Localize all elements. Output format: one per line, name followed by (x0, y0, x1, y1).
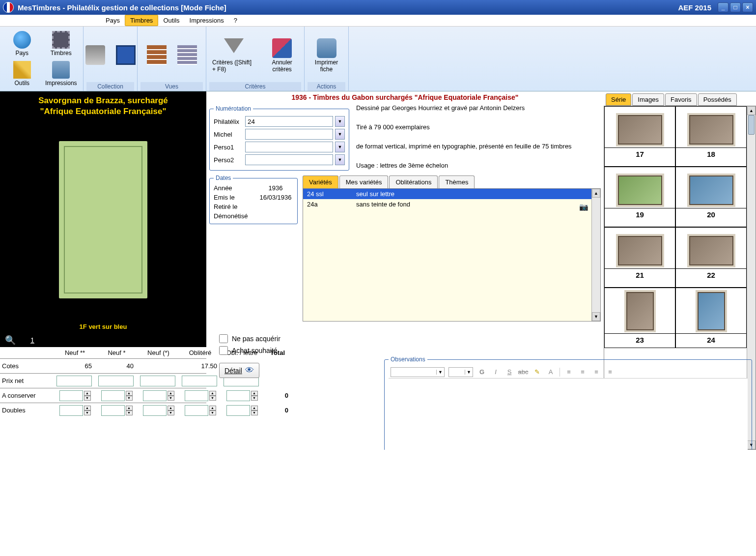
rtab-images[interactable]: Images (632, 93, 664, 106)
globe-icon (13, 31, 31, 49)
ribbon-timbres-button[interactable]: Timbres (42, 29, 81, 59)
vue-list-button[interactable] (174, 44, 200, 67)
num-input-perso2[interactable] (245, 154, 333, 165)
spinner[interactable]: ▲▼ (84, 406, 91, 415)
doubles-input-0[interactable] (59, 405, 83, 416)
scroll-up-icon[interactable]: ▲ (747, 106, 756, 115)
ribbon-outils-button[interactable]: Outils (3, 59, 41, 88)
subtab-varietes[interactable]: Variétés (303, 176, 338, 188)
collection-save-button[interactable] (113, 44, 139, 67)
collection-open-button[interactable] (83, 44, 108, 67)
align-justify-button[interactable]: ≡ (605, 367, 615, 377)
subtab-obliterations[interactable]: Oblitérations (389, 176, 438, 188)
menu-help[interactable]: ? (229, 15, 242, 26)
strike-button[interactable]: abc (518, 367, 528, 377)
ribbon-pays-button[interactable]: Pays (3, 29, 41, 59)
subtab-mes-varietes[interactable]: Mes variétés (339, 176, 389, 188)
align-center-button[interactable]: ≡ (578, 367, 588, 377)
menu-pays[interactable]: Pays (101, 15, 125, 26)
criteres-button[interactable]: Critères ([Shift] + F8) (209, 37, 258, 74)
desc-line4: Usage : lettres de 3ème échelon (356, 161, 572, 171)
thumb-cell[interactable]: 22 (675, 227, 747, 288)
stamp-image (59, 141, 147, 298)
italic-button[interactable]: I (491, 367, 501, 377)
dropdown-icon[interactable]: ▼ (335, 154, 345, 165)
observations-textarea[interactable] (389, 379, 748, 450)
aconserver-input-3[interactable] (185, 390, 208, 401)
rtab-possedes[interactable]: Possédés (698, 93, 737, 106)
close-button[interactable]: × (742, 2, 753, 12)
highlight-button[interactable]: ✎ (532, 367, 542, 377)
underline-button[interactable]: S (504, 367, 514, 377)
scroll-up-icon[interactable]: ▲ (592, 189, 600, 198)
aconserver-input-2[interactable] (143, 390, 167, 401)
maximize-button[interactable]: □ (730, 2, 741, 12)
font-family-combo[interactable]: ▼ (391, 367, 445, 377)
aconserver-input-1[interactable] (101, 390, 125, 401)
rtab-favoris[interactable]: Favoris (665, 93, 697, 106)
stamp-image-area[interactable] (59, 119, 147, 320)
camera-icon[interactable]: 📷 (579, 203, 588, 211)
varieties-scrollbar[interactable]: ▲ ▼ (591, 189, 600, 321)
minimize-button[interactable]: _ (718, 2, 728, 12)
achat-souhaite-checkbox[interactable] (219, 346, 228, 355)
doubles-input-1[interactable] (101, 405, 125, 416)
menu-impressions[interactable]: Impressions (185, 15, 229, 26)
font-color-button[interactable]: A (546, 367, 556, 377)
font-size-combo[interactable]: ▼ (448, 367, 473, 377)
thumb-cell[interactable]: 20 (675, 167, 747, 227)
scroll-down-icon[interactable]: ▼ (592, 312, 600, 321)
variety-row[interactable]: 24a sans teinte de fond (303, 199, 600, 209)
folder-icon (85, 45, 105, 65)
spinner[interactable]: ▲▼ (168, 391, 174, 401)
spinner[interactable]: ▲▼ (168, 406, 174, 415)
dropdown-icon[interactable]: ▼ (335, 142, 345, 152)
doubles-input-2[interactable] (143, 405, 167, 416)
num-input-philatelix[interactable] (245, 116, 333, 127)
ne-pas-acquerir-checkbox[interactable] (219, 334, 228, 343)
ribbon-group-criteres: Critères ([Shift] + F8) Annuler critères… (206, 27, 305, 91)
spinner[interactable]: ▲▼ (126, 391, 133, 401)
align-left-button[interactable]: ≡ (564, 367, 574, 377)
dropdown-icon[interactable]: ▼ (335, 129, 345, 140)
menu-outils[interactable]: Outils (158, 15, 184, 26)
spinner[interactable]: ▲▼ (84, 391, 91, 401)
prixnet-input-0[interactable] (56, 376, 92, 386)
titlebar: MesTimbres - Philatélix gestion de colle… (0, 0, 756, 15)
align-right-button[interactable]: ≡ (591, 367, 601, 377)
vue-grid-button[interactable] (144, 44, 169, 67)
spinner[interactable]: ▲▼ (126, 406, 133, 415)
annuler-criteres-button[interactable]: Annuler critères (263, 37, 301, 74)
thumb-cell[interactable]: 18 (675, 106, 747, 167)
varieties-listbox[interactable]: 24 ssl seul sur lettre 24a sans teinte d… (303, 189, 601, 322)
thumb-cell[interactable]: 19 (604, 167, 675, 227)
ribbon: Pays Timbres Outils Impressions Collecti… (0, 27, 756, 91)
thumb-cell[interactable]: 24 (675, 288, 747, 348)
thumb-cell[interactable]: 23 (604, 288, 675, 348)
num-input-perso1[interactable] (245, 142, 333, 152)
imprimer-fiche-button[interactable]: Imprimer fiche (308, 37, 345, 74)
doubles-input-3[interactable] (185, 405, 208, 416)
subtab-themes[interactable]: Thèmes (439, 176, 475, 188)
bold-button[interactable]: G (477, 367, 487, 377)
thumb-image (689, 176, 733, 205)
thumb-cell[interactable]: 17 (604, 106, 675, 167)
chevron-down-icon: ▼ (465, 370, 473, 375)
thumb-cell[interactable]: 21 (604, 227, 675, 288)
ribbon-pays-label: Pays (15, 50, 28, 57)
prixnet-input-2[interactable] (140, 376, 175, 386)
variety-row[interactable]: 24 ssl seul sur lettre (303, 189, 600, 199)
menu-timbres[interactable]: Timbres (125, 15, 158, 26)
magnify-icon[interactable]: 🔍 (5, 335, 16, 346)
scroll-thumb[interactable] (748, 115, 755, 135)
ribbon-impressions-button[interactable]: Impressions (42, 59, 81, 88)
label-prixnet: Prix net (0, 377, 54, 384)
prixnet-input-1[interactable] (98, 376, 134, 386)
num-label-perso2: Perso2 (214, 156, 243, 164)
num-input-michel[interactable] (245, 129, 333, 140)
aconserver-input-0[interactable] (59, 390, 83, 401)
ribbon-group-actions-label: Actions (308, 82, 345, 91)
rtab-serie[interactable]: Série (606, 93, 631, 106)
detail-button[interactable]: Détail 👁 (219, 363, 259, 378)
dropdown-icon[interactable]: ▼ (335, 116, 345, 127)
